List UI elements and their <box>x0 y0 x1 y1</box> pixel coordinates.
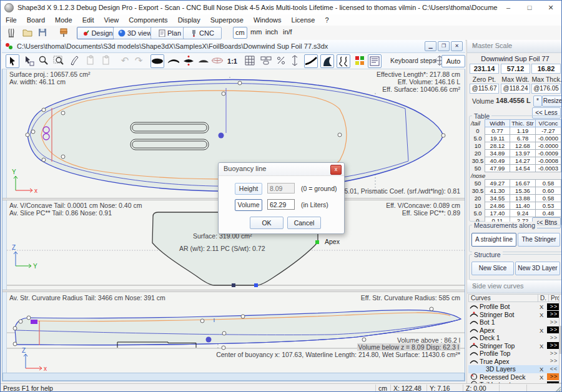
menu-superpose[interactable]: Superpose <box>205 16 249 24</box>
close-button[interactable]: ✕ <box>540 1 561 14</box>
menu-edit[interactable]: Edit <box>77 16 99 24</box>
select-plus-icon[interactable] <box>22 54 36 68</box>
scale-1-1-button[interactable]: 1:1 <box>225 54 239 68</box>
auto-button[interactable]: Auto <box>441 55 465 67</box>
maximize-button[interactable]: □ <box>519 1 540 14</box>
d-column-header[interactable]: D. <box>538 294 549 302</box>
thickness-value[interactable]: 16.82 <box>531 64 561 74</box>
grid-icon[interactable] <box>243 54 257 68</box>
panels-icon[interactable] <box>259 54 273 68</box>
curve-row-3d-layers[interactable]: 3D LayersX << <box>468 365 560 373</box>
new-slice-button[interactable]: New Slice <box>471 262 514 275</box>
table-row: 00.771.19-7.27 <box>471 127 561 135</box>
menu-components[interactable]: Components <box>124 16 172 24</box>
curve-row-profile-top[interactable]: Profile Top >> <box>468 350 560 358</box>
curve-icon <box>470 342 478 349</box>
curve-row-stringer-bot[interactable]: Stringer BotX >> <box>468 311 560 319</box>
length-value[interactable]: 231.14 <box>470 64 499 74</box>
eff-surface-label: Eff. Surface: 10406.66 cm² <box>382 86 460 93</box>
volume-field[interactable] <box>267 199 295 210</box>
cancel-button[interactable]: Cancel <box>287 217 321 229</box>
colors-icon[interactable] <box>353 54 367 68</box>
doc-close-button[interactable]: ✕ <box>451 41 463 51</box>
select-arrow-icon[interactable] <box>6 54 19 68</box>
menu-display[interactable]: Display <box>173 16 205 24</box>
unit-inf[interactable]: in/f <box>283 28 292 36</box>
curve-row-apex[interactable]: ApexX >> <box>468 326 560 335</box>
new-3d-layer-button[interactable]: New 3D Layer <box>515 262 560 275</box>
doc-restore-button[interactable]: ❐ <box>438 41 450 51</box>
table-row: 1024.8611.400.53 <box>471 202 561 210</box>
menu-mode[interactable]: Mode <box>50 16 77 24</box>
percent-icon[interactable] <box>274 54 288 68</box>
rocker-view-icon[interactable] <box>304 54 318 68</box>
guides-icon[interactable] <box>288 54 302 68</box>
master-scale-close-icon[interactable]: × <box>472 42 560 49</box>
curve-row-stringer-top[interactable]: Stringer TopX >> <box>468 342 560 350</box>
hand-tool-icon[interactable] <box>6 27 17 39</box>
resize-button[interactable]: Resize <box>542 96 562 107</box>
menu-file[interactable]: File <box>1 16 22 24</box>
curve-row-deck-1[interactable]: Deck 1 >> <box>468 334 560 342</box>
curve-row-recessed-deck[interactable]: Recessed DeckX >> <box>468 373 560 381</box>
unit-inch[interactable]: inch <box>265 28 278 36</box>
curve-icon <box>470 358 478 365</box>
menu-windows[interactable]: Windows <box>249 16 287 24</box>
master-scale-header[interactable]: Master Scale × <box>467 40 562 53</box>
redo-icon[interactable]: ↷ <box>132 54 145 68</box>
fin-icon[interactable] <box>320 54 334 68</box>
curves-scrollbar[interactable] <box>559 294 562 383</box>
outline-view-icon[interactable] <box>150 54 164 68</box>
max-wdt-at[interactable]: @118.24 <box>501 84 530 94</box>
slice-view-axis-icon: Z Y <box>12 244 37 270</box>
open-folder-icon[interactable] <box>22 27 33 39</box>
half-outline-icon[interactable] <box>197 54 210 68</box>
curve-row-profile-bot[interactable]: Profile BotX >> <box>468 303 560 311</box>
curvature-icon[interactable] <box>337 54 350 68</box>
straight-line-button[interactable]: A straight line <box>471 233 516 247</box>
zoom-window-icon[interactable] <box>52 54 66 68</box>
volume-below-label[interactable]: Volume below z = 8.09 Disp: 62.3 l <box>357 343 460 351</box>
menu-help[interactable]: ? <box>320 16 333 24</box>
buoyancy-dialog-titlebar[interactable]: Buoyancy line x <box>219 163 344 176</box>
menu-license[interactable]: License <box>287 16 320 24</box>
max-thck-at[interactable]: @176.05 <box>531 84 561 94</box>
profile-view-icon[interactable] <box>167 54 180 68</box>
star-button[interactable]: * <box>533 96 542 107</box>
slice-view-icon[interactable] <box>182 54 195 68</box>
list-icon[interactable] <box>368 54 382 68</box>
height-button[interactable]: Height <box>235 183 262 195</box>
horizontal-scrollbar[interactable] <box>2 373 465 381</box>
dialog-close-icon[interactable]: x <box>330 165 342 175</box>
curve-row-bot-1[interactable]: Bot 1 >> <box>468 318 560 326</box>
side-view-drawing: Z x <box>7 292 465 373</box>
unit-cm[interactable]: cm <box>233 27 247 39</box>
curves-panel-close-icon[interactable]: × <box>472 282 560 290</box>
menu-view[interactable]: View <box>99 16 124 24</box>
height-field[interactable] <box>267 183 295 194</box>
edit-pen-icon[interactable] <box>68 54 82 68</box>
doc-minimize-button[interactable]: ▁ <box>425 41 436 51</box>
volume-button[interactable]: Volume <box>235 199 262 211</box>
cnc-button[interactable]: CNC <box>183 27 222 39</box>
menu-board[interactable]: Board <box>22 16 50 24</box>
curve-row-true-apex[interactable]: True Apex >> <box>468 358 560 366</box>
stringer-button[interactable]: The Stringer <box>518 233 560 247</box>
width-value[interactable]: 57.12 <box>501 64 530 74</box>
zero-pt-at[interactable]: @115.67 <box>470 84 499 94</box>
paste-icon[interactable] <box>99 54 113 68</box>
ok-button[interactable]: OK <box>250 217 283 229</box>
wireframe-icon[interactable] <box>210 54 224 68</box>
unit-mm[interactable]: mm <box>250 28 262 36</box>
resize-grip-icon[interactable] <box>555 386 562 392</box>
dimensions-table[interactable]: /tail Width Thic. Str V/Conc 00.771.19-7… <box>471 119 561 225</box>
copy-icon[interactable] <box>84 54 98 68</box>
curves-panel-header[interactable]: Side view curves × <box>467 280 562 293</box>
zoom-icon[interactable] <box>37 54 51 68</box>
save-icon[interactable] <box>37 27 48 39</box>
undo-icon[interactable]: ↶ <box>118 54 132 68</box>
curve-icon <box>470 311 478 318</box>
minimize-button[interactable]: – <box>498 1 519 14</box>
machine-icon[interactable] <box>58 27 69 39</box>
curves-column-header[interactable]: Curves <box>468 294 538 302</box>
